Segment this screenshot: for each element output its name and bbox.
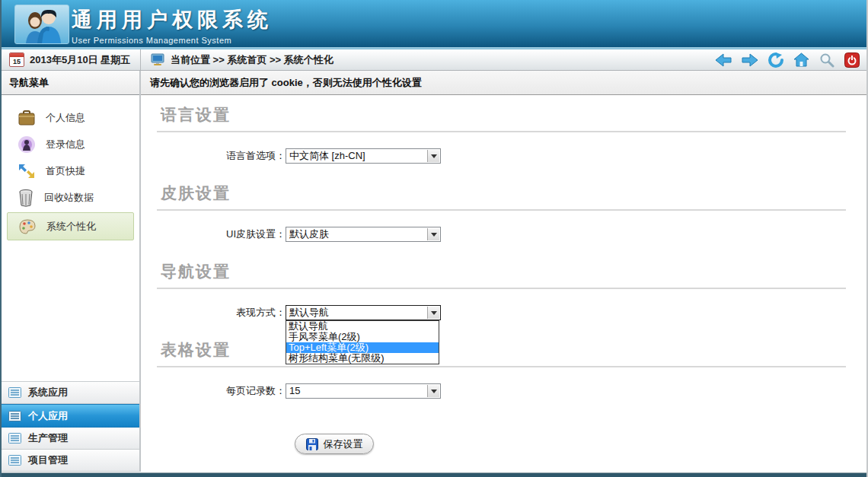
cookie-notice: 请先确认您的浏览器启用了 cookie，否则无法使用个性化设置 xyxy=(141,71,866,95)
power-icon[interactable] xyxy=(844,52,860,68)
dropdown-option[interactable]: 默认导航 xyxy=(286,321,439,332)
section-title-language: 语言设置 xyxy=(161,104,866,126)
breadcrumb: 当前位置 >> 系统首页 >> 系统个性化 xyxy=(141,53,333,67)
save-button-label: 保存设置 xyxy=(324,437,363,451)
sidebar-menu: 个人信息 登录信息 首页快捷 xyxy=(2,95,139,381)
sidebar-item-label: 回收站数据 xyxy=(44,191,94,205)
calendar-day: 15 xyxy=(10,57,24,66)
forward-icon[interactable] xyxy=(742,53,758,67)
sidebar-item-home-shortcut[interactable]: 首页快捷 xyxy=(2,157,139,184)
list-icon xyxy=(8,433,21,444)
section-title-navigation: 导航设置 xyxy=(161,261,866,282)
dropdown-option[interactable]: 手风琴菜单(2级) xyxy=(286,332,439,342)
language-select[interactable]: 中文简体 [zh-CN] xyxy=(286,148,441,164)
accordion-label: 生产管理 xyxy=(28,431,68,445)
app-logo xyxy=(14,5,69,44)
toolbar: 15 2013年5月10日 星期五 当前位置 >> 系统首页 >> 系统个性化 xyxy=(2,49,866,71)
list-icon xyxy=(8,387,21,398)
app-window: 通用用户权限系统 User Permissions Management Sys… xyxy=(0,0,868,477)
breadcrumb-text: 当前位置 >> 系统首页 >> 系统个性化 xyxy=(171,53,333,67)
dropdown-arrow-icon[interactable] xyxy=(427,150,439,162)
back-icon[interactable] xyxy=(715,53,732,67)
sidebar-item-label: 登录信息 xyxy=(46,138,85,151)
palette-icon xyxy=(18,218,37,235)
accordion-project-mgmt[interactable]: 项目管理 xyxy=(2,450,139,472)
two-users-logo-icon xyxy=(18,8,65,43)
section-title-skin: 皮肤设置 xyxy=(161,183,866,204)
recycle-bin-icon xyxy=(18,189,34,207)
sidebar-item-system-personalization[interactable]: 系统个性化 xyxy=(7,212,134,240)
sidebar-item-label: 个人信息 xyxy=(46,111,85,125)
dropdown-option-highlighted[interactable]: Top+Left菜单(2级) xyxy=(286,342,439,353)
section-title-table: 表格设置 xyxy=(161,339,866,361)
home-icon[interactable] xyxy=(793,52,809,67)
sidebar-item-label: 首页快捷 xyxy=(46,164,85,178)
page-size-field-label: 每页记录数： xyxy=(141,383,286,399)
section-divider xyxy=(157,366,846,367)
nav-style-select-value: 默认导航 xyxy=(289,307,329,318)
app-subtitle: User Permissions Management System xyxy=(72,36,273,45)
save-settings-button[interactable]: 保存设置 xyxy=(295,434,374,454)
current-date: 2013年5月10日 星期五 xyxy=(30,53,130,67)
footer-bar xyxy=(2,472,866,477)
app-header: 通用用户权限系统 User Permissions Management Sys… xyxy=(2,0,866,47)
accordion-system-apps[interactable]: 系统应用 xyxy=(2,382,139,404)
sidebar-item-recycle-data[interactable]: 回收站数据 xyxy=(2,184,139,211)
section-divider xyxy=(157,131,846,132)
accordion-label: 系统应用 xyxy=(28,386,68,399)
dropdown-arrow-icon[interactable] xyxy=(427,228,439,240)
shortcut-arrows-icon xyxy=(18,163,36,180)
login-icon xyxy=(18,135,36,154)
app-title: 通用用户权限系统 xyxy=(72,6,273,33)
accordion-label: 项目管理 xyxy=(28,453,68,467)
sidebar-item-personal-info[interactable]: 个人信息 xyxy=(2,104,139,131)
skin-select[interactable]: 默认皮肤 xyxy=(286,227,441,242)
language-field-label: 语言首选项： xyxy=(141,148,286,164)
sidebar: 导航菜单 个人信息 xyxy=(2,71,141,472)
dropdown-arrow-icon[interactable] xyxy=(427,307,439,319)
list-icon xyxy=(8,455,21,466)
main-content: 请先确认您的浏览器启用了 cookie，否则无法使用个性化设置 语言设置 语言首… xyxy=(141,71,866,472)
page-size-select[interactable]: 15 xyxy=(286,383,441,399)
accordion-personal-apps[interactable]: 个人应用 xyxy=(2,404,139,428)
refresh-icon[interactable] xyxy=(768,52,783,68)
search-icon[interactable] xyxy=(819,52,834,68)
sidebar-item-label: 系统个性化 xyxy=(46,220,96,234)
calendar-icon: 15 xyxy=(9,52,24,67)
accordion-production-mgmt[interactable]: 生产管理 xyxy=(2,428,139,450)
language-select-value: 中文简体 [zh-CN] xyxy=(289,150,365,161)
nav-style-dropdown-list: 默认导航 手风琴菜单(2级) Top+Left菜单(2级) 树形结构菜单(无限级… xyxy=(286,320,439,364)
sidebar-item-login-info[interactable]: 登录信息 xyxy=(2,131,139,157)
section-divider xyxy=(157,209,846,211)
nav-style-select[interactable]: 默认导航 默认导航 手风琴菜单(2级) Top+Left菜单(2级) 树形结构菜… xyxy=(286,305,441,320)
dropdown-option[interactable]: 树形结构菜单(无限级) xyxy=(286,353,439,364)
skin-field-label: UI皮肤设置： xyxy=(141,227,286,242)
section-divider xyxy=(157,288,846,289)
monitor-icon xyxy=(150,53,165,67)
accordion-label: 个人应用 xyxy=(28,409,68,423)
nav-style-field-label: 表现方式： xyxy=(141,305,286,320)
page-size-select-value: 15 xyxy=(289,385,300,396)
date-panel: 15 2013年5月10日 星期五 xyxy=(2,49,141,70)
skin-select-value: 默认皮肤 xyxy=(289,228,329,240)
list-icon xyxy=(8,411,21,421)
sidebar-title: 导航菜单 xyxy=(2,71,139,95)
save-floppy-icon xyxy=(306,438,318,450)
briefcase-icon xyxy=(18,110,36,126)
sidebar-accordion: 系统应用 个人应用 xyxy=(2,381,139,472)
dropdown-arrow-icon[interactable] xyxy=(427,385,439,397)
